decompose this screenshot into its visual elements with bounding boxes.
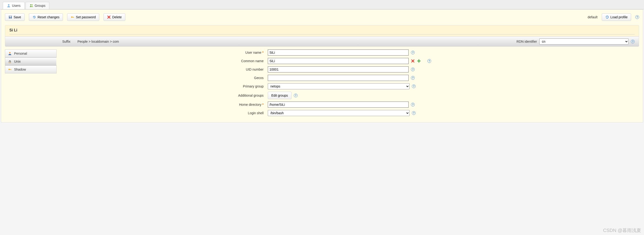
- uid-label: UID number: [246, 67, 264, 71]
- loadprofile-button[interactable]: Load profile: [602, 13, 631, 21]
- svg-rect-4: [10, 16, 11, 17]
- entry-title: Si Li: [10, 28, 634, 34]
- svg-rect-19: [11, 69, 11, 70]
- primarygroup-label: Primary group: [243, 84, 264, 88]
- help-icon[interactable]: ?: [411, 76, 415, 80]
- setpassword-button[interactable]: Set password: [67, 13, 99, 21]
- default-label: default: [588, 15, 598, 19]
- svg-rect-5: [10, 17, 11, 18]
- tab-users[interactable]: Users: [3, 2, 25, 9]
- sidebar-item-personal[interactable]: Personal: [5, 49, 56, 57]
- tux-icon: [8, 60, 12, 63]
- help-icon[interactable]: ?: [428, 59, 431, 63]
- username-label: User name: [245, 51, 261, 54]
- entry-header: Si Li Suffix People > localdomain > com …: [5, 25, 639, 47]
- remove-icon[interactable]: [411, 59, 415, 63]
- svg-point-9: [9, 52, 10, 53]
- person-icon: [8, 52, 12, 55]
- tab-groups[interactable]: Groups: [26, 2, 50, 9]
- sidebar: Personal Unix Shadow: [5, 49, 56, 118]
- group-icon: [30, 4, 33, 7]
- reset-button[interactable]: Reset changes: [29, 13, 63, 21]
- undo-icon: [32, 15, 36, 19]
- sidebar-item-shadow[interactable]: Shadow: [5, 65, 56, 73]
- homedir-input[interactable]: [268, 102, 408, 108]
- svg-point-1: [30, 4, 31, 6]
- form-area: User name * ? Common name ? UID number ?…: [61, 49, 639, 118]
- loginshell-label: Login shell: [248, 111, 264, 115]
- gecos-input[interactable]: [268, 75, 408, 81]
- disk-icon: [8, 15, 12, 19]
- suffix-row: Suffix People > localdomain > com RDN id…: [5, 36, 639, 46]
- help-icon[interactable]: ?: [294, 94, 298, 97]
- save-button[interactable]: Save: [5, 13, 25, 21]
- svg-rect-8: [74, 17, 74, 18]
- delete-button[interactable]: Delete: [104, 13, 125, 21]
- rdn-select[interactable]: cn: [539, 38, 628, 44]
- key-icon: [8, 67, 12, 71]
- toolbar: Save Reset changes Set password Delete d…: [5, 13, 639, 21]
- commonname-label: Common name: [241, 59, 264, 63]
- editgroups-button[interactable]: Edit groups: [268, 92, 292, 99]
- tab-users-label: Users: [12, 4, 21, 7]
- suffix-path: People > localdomain > com: [78, 40, 119, 43]
- addgroups-label: Additional groups: [238, 94, 264, 97]
- help-icon[interactable]: ?: [635, 15, 639, 19]
- delete-icon: [107, 15, 111, 19]
- username-input[interactable]: [268, 49, 408, 56]
- help-icon[interactable]: ?: [412, 111, 416, 115]
- user-icon: [7, 4, 10, 7]
- loginshell-select[interactable]: /bin/bash: [268, 110, 410, 116]
- commonname-input[interactable]: [268, 58, 408, 64]
- help-icon[interactable]: ?: [411, 67, 415, 71]
- gecos-label: Gecos: [254, 76, 264, 80]
- key-icon: [71, 15, 74, 19]
- help-icon[interactable]: ?: [411, 51, 415, 54]
- main-tabbar: Users Groups: [0, 0, 644, 9]
- help-icon[interactable]: ?: [412, 84, 416, 88]
- svg-point-16: [10, 63, 11, 63]
- add-icon[interactable]: [417, 59, 421, 63]
- content-panel: Save Reset changes Set password Delete d…: [1, 9, 643, 122]
- rdn-label: RDN identifier: [516, 40, 537, 43]
- tab-groups-label: Groups: [35, 4, 46, 7]
- homedir-label: Home directory: [239, 103, 262, 106]
- help-icon[interactable]: ?: [411, 103, 415, 106]
- help-icon[interactable]: ?: [631, 40, 634, 43]
- svg-point-0: [8, 4, 10, 6]
- uid-input[interactable]: [268, 66, 408, 72]
- sidebar-item-unix[interactable]: Unix: [5, 57, 56, 65]
- svg-point-12: [10, 61, 10, 61]
- suffix-label: Suffix: [10, 40, 70, 43]
- reload-icon: [605, 15, 609, 19]
- svg-point-13: [10, 61, 10, 61]
- svg-point-14: [10, 61, 10, 61]
- required-marker: *: [262, 51, 264, 54]
- primarygroup-select[interactable]: netops: [268, 83, 410, 89]
- body-row: Personal Unix Shadow User name * ? Commo…: [5, 49, 639, 118]
- required-marker: *: [262, 103, 264, 106]
- svg-point-15: [9, 63, 10, 63]
- svg-point-2: [32, 4, 32, 6]
